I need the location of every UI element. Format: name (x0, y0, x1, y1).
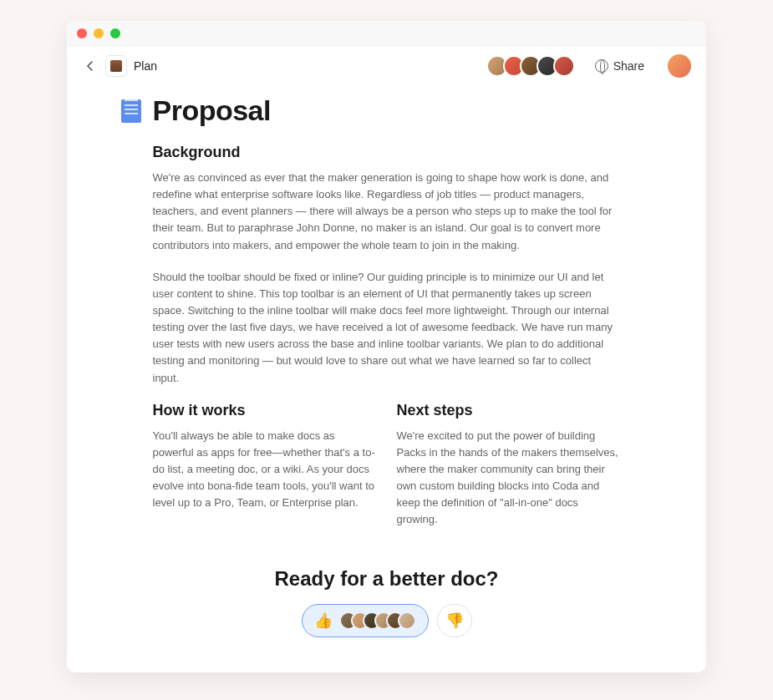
share-label: Share (613, 59, 644, 73)
window-maximize-icon[interactable] (110, 28, 120, 38)
paragraph-how-it-works[interactable]: You'll always be able to make docs as po… (153, 428, 377, 512)
paragraph-background-2[interactable]: Should the toolbar should be fixed or in… (153, 269, 621, 387)
window-minimize-icon[interactable] (94, 28, 104, 38)
page-title[interactable]: Proposal (153, 94, 271, 127)
section-heading-background[interactable]: Background (153, 144, 621, 161)
breadcrumb-label[interactable]: Plan (134, 59, 157, 73)
titlebar (67, 21, 706, 46)
cta-heading[interactable]: Ready for a better doc? (153, 567, 621, 591)
reaction-buttons: 👍 👎 (153, 604, 621, 637)
share-button[interactable]: Share (595, 59, 644, 73)
window-close-icon[interactable] (77, 28, 87, 38)
paragraph-background-1[interactable]: We're as convinced as ever that the make… (153, 170, 621, 254)
app-window: Plan Share Proposal Background We're as … (67, 21, 706, 672)
section-heading-how-it-works[interactable]: How it works (153, 402, 377, 419)
section-heading-next-steps[interactable]: Next steps (397, 402, 621, 419)
voter-avatars (339, 611, 416, 630)
voter-avatar (398, 611, 416, 630)
document-content: Proposal Background We're as convinced a… (67, 86, 706, 672)
header-bar: Plan Share (67, 46, 706, 86)
collaborator-avatars[interactable] (486, 55, 575, 77)
paragraph-next-steps[interactable]: We're excited to put the power of buildi… (397, 428, 621, 529)
current-user-avatar[interactable] (668, 54, 691, 78)
back-button[interactable] (82, 58, 99, 74)
thumbs-up-reaction[interactable]: 👍 (302, 604, 429, 637)
globe-icon (595, 59, 608, 73)
breadcrumb-doc-icon[interactable] (105, 55, 127, 77)
chevron-left-icon (87, 61, 94, 71)
collaborator-avatar[interactable] (553, 55, 575, 77)
document-icon (121, 99, 141, 123)
thumbs-down-icon: 👎 (445, 611, 464, 630)
thumbs-up-icon: 👍 (314, 611, 333, 630)
thumbs-down-reaction[interactable]: 👎 (437, 604, 472, 637)
